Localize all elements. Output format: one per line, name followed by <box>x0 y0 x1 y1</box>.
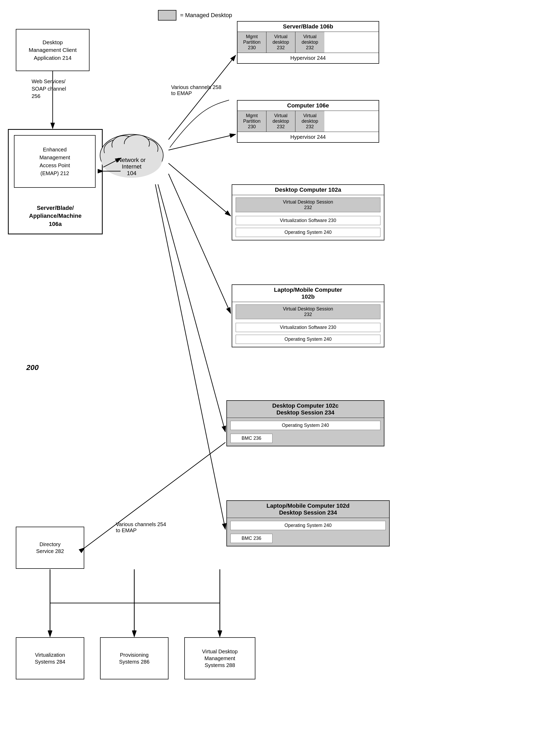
svg-text:Network or: Network or <box>118 157 146 163</box>
svg-text:Internet: Internet <box>122 163 142 170</box>
svg-line-16 <box>169 163 231 216</box>
desktop-102a-title: Desktop Computer 102a <box>232 185 384 195</box>
laptop-102b-os-wrap: Operating System 240 <box>232 333 384 347</box>
desktop-102c-title: Desktop Computer 102cDesktop Session 234 <box>227 401 384 418</box>
emap-subtitle: Server/Blade/Appliance/Machine106a <box>9 204 102 228</box>
mgmt-partition-106b: MgmtPartition230 <box>237 32 266 53</box>
web-services-label: Web Services/SOAP channel256 <box>32 78 66 100</box>
emap-subtitle-label: Server/Blade/Appliance/Machine106a <box>29 205 81 228</box>
desktop-102c-os-wrap: Operating System 240 <box>227 418 384 432</box>
desktop-102c-bmc: BMC 236 <box>230 434 272 443</box>
diagram-number: 200 <box>26 363 39 372</box>
desktop-102a-vds: Virtual Desktop Session232 <box>236 197 380 212</box>
directory-service-box: DirectoryService 282 <box>16 527 84 569</box>
svg-line-19 <box>155 184 225 529</box>
laptop-102b-vs-wrap: Virtualization Software 230 <box>232 322 384 333</box>
desktop-102c-bmc-wrap: BMC 236 <box>227 432 384 446</box>
laptop-102d-title: Laptop/Mobile Computer 102dDesktop Sessi… <box>227 501 389 518</box>
provisioning-systems-label: ProvisioningSystems 286 <box>119 651 150 665</box>
svg-line-15 <box>169 134 236 150</box>
laptop-102b-title: Laptop/Mobile Computer102b <box>232 285 384 302</box>
mgmt-partition-106e: MgmtPartition230 <box>237 111 266 132</box>
emap-label: EnhancedManagementAccess Point(EMAP) 212 <box>39 146 70 177</box>
laptop-102d-bmc-wrap: BMC 236 <box>227 532 389 546</box>
virtualization-systems-box: VirtualizationSystems 284 <box>16 637 84 679</box>
various-channels-258-label: Various channels 258to EMAP <box>171 84 221 96</box>
desktop-102a-os-wrap: Operating System 240 <box>232 226 384 240</box>
svg-line-17 <box>169 174 231 313</box>
laptop-102d-os-wrap: Operating System 240 <box>227 518 389 532</box>
virtualization-systems-label: VirtualizationSystems 284 <box>35 651 65 665</box>
desktop-mgmt-client-box: DesktopManagement ClientApplication 214 <box>16 29 90 71</box>
vd2-106b: Virtualdesktop232 <box>295 32 324 53</box>
legend: = Managed Desktop <box>158 10 232 21</box>
emap-outer-box: EnhancedManagementAccess Point(EMAP) 212… <box>8 129 103 234</box>
desktop-102c-box: Desktop Computer 102cDesktop Session 234… <box>226 400 384 446</box>
desktop-mgmt-client-label: DesktopManagement ClientApplication 214 <box>29 38 77 62</box>
desktop-102a-os: Operating System 240 <box>236 228 380 237</box>
vd2-106e: Virtualdesktop232 <box>295 111 324 132</box>
svg-line-14 <box>169 55 236 140</box>
laptop-102b-os: Operating System 240 <box>236 335 380 344</box>
laptop-102d-bmc: BMC 236 <box>230 534 272 543</box>
vd1-106e: Virtualdesktop232 <box>266 111 295 132</box>
svg-text:104: 104 <box>127 170 137 176</box>
laptop-102b-vs: Virtualization Software 230 <box>236 323 380 332</box>
server-blade-106b-title: Server/Blade 106b <box>237 22 379 32</box>
provisioning-systems-box: ProvisioningSystems 286 <box>100 637 169 679</box>
vdm-systems-label: Virtual DesktopManagementSystems 288 <box>202 648 237 669</box>
laptop-102b-vds-wrap: Virtual Desktop Session232 <box>232 302 384 322</box>
laptop-102d-box: Laptop/Mobile Computer 102dDesktop Sessi… <box>226 500 390 546</box>
emap-inner-box: EnhancedManagementAccess Point(EMAP) 212 <box>14 135 96 188</box>
computer-106e-inner-row: MgmtPartition230 Virtualdesktop232 Virtu… <box>237 111 379 132</box>
various-channels-254-label: Various channels 254to EMAP <box>116 521 166 534</box>
vdm-systems-box: Virtual DesktopManagementSystems 288 <box>184 637 255 679</box>
vd1-106b: Virtualdesktop232 <box>266 32 295 53</box>
svg-line-18 <box>158 184 225 432</box>
laptop-102b-vds: Virtual Desktop Session232 <box>236 304 380 319</box>
desktop-102a-vds-wrap: Virtual Desktop Session232 <box>232 195 384 215</box>
desktop-102a-box: Desktop Computer 102a Virtual Desktop Se… <box>232 184 384 240</box>
legend-text: = Managed Desktop <box>180 12 232 19</box>
network-cloud: Network or Internet 104 <box>95 124 169 187</box>
hypervisor-106e: Hypervisor 244 <box>237 132 379 142</box>
laptop-102b-box: Laptop/Mobile Computer102b Virtual Deskt… <box>232 284 384 347</box>
server-blade-106b-inner-row: MgmtPartition230 Virtualdesktop232 Virtu… <box>237 32 379 53</box>
diagram: = Managed Desktop DesktopManagement Clie… <box>0 0 560 731</box>
computer-106e-box: Computer 106e MgmtPartition230 Virtualde… <box>237 100 379 143</box>
server-blade-106b-box: Server/Blade 106b MgmtPartition230 Virtu… <box>237 21 379 64</box>
laptop-102d-os: Operating System 240 <box>230 521 386 530</box>
desktop-102c-os: Operating System 240 <box>230 421 380 430</box>
diagram-label: 200 <box>26 363 39 372</box>
hypervisor-106b: Hypervisor 244 <box>237 53 379 63</box>
computer-106e-title: Computer 106e <box>237 101 379 111</box>
desktop-102a-vs: Virtualization Software 230 <box>236 216 380 225</box>
directory-service-label: DirectoryService 282 <box>36 541 64 555</box>
desktop-102a-vs-wrap: Virtualization Software 230 <box>232 215 384 226</box>
legend-rect <box>158 10 176 21</box>
